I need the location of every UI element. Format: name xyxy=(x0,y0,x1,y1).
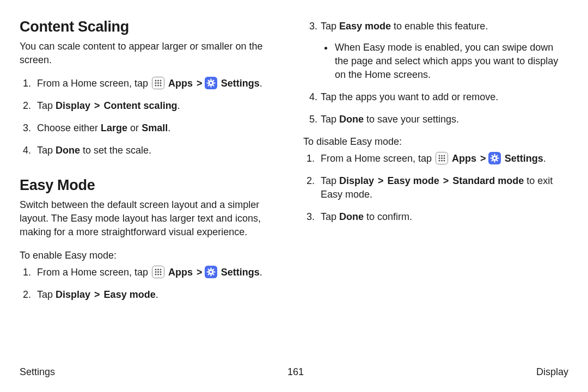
content-scaling-intro: You can scale content to appear larger o… xyxy=(20,40,285,67)
svg-line-17 xyxy=(208,80,209,81)
svg-point-33 xyxy=(210,271,212,273)
svg-line-41 xyxy=(213,269,213,270)
svg-line-40 xyxy=(208,274,209,274)
easy-mode-label: Easy mode xyxy=(104,289,156,300)
period: . xyxy=(543,153,546,164)
list-item: From a Home screen, tap Apps > Settings. xyxy=(34,77,285,90)
step-text: From a Home screen, tap xyxy=(37,267,151,278)
svg-point-22 xyxy=(155,268,157,270)
list-item: Tap Done to confirm. xyxy=(317,210,568,224)
easy-mode-label: Easy mode xyxy=(339,21,391,32)
footer-page-number: 161 xyxy=(287,366,304,378)
settings-icon xyxy=(205,77,217,89)
step-text: Tap xyxy=(37,289,56,300)
or-text: or xyxy=(127,122,142,133)
period: . xyxy=(260,78,262,89)
step-text: to save your settings. xyxy=(364,114,459,125)
svg-point-1 xyxy=(155,79,157,81)
step-text: From a Home screen, tap xyxy=(37,78,151,89)
easy-mode-label: Easy mode xyxy=(388,175,439,186)
chevron-icon: > xyxy=(197,77,203,90)
svg-point-54 xyxy=(493,157,495,159)
step-text: to enable this feature. xyxy=(391,21,488,32)
small-label: Small xyxy=(142,122,168,133)
list-item: Tap Display > Easy mode. xyxy=(34,288,285,302)
heading-easy-mode: Easy Mode xyxy=(20,177,285,194)
svg-line-19 xyxy=(208,85,209,85)
footer-left: Settings xyxy=(20,366,55,378)
apps-label: Apps xyxy=(168,78,193,89)
settings-label: Settings xyxy=(221,267,260,278)
svg-line-61 xyxy=(492,160,492,161)
content-scaling-steps: From a Home screen, tap Apps > Settings.… xyxy=(20,77,285,158)
step-text: Choose either xyxy=(37,122,101,133)
display-label: Display xyxy=(56,289,90,300)
list-item: Tap Display > Content scaling. xyxy=(34,99,285,113)
svg-line-38 xyxy=(208,269,209,270)
svg-point-5 xyxy=(157,82,159,84)
settings-icon xyxy=(205,266,217,278)
svg-line-60 xyxy=(497,160,497,161)
svg-point-50 xyxy=(441,160,443,161)
list-item: Tap Easy mode to enable this feature. Wh… xyxy=(317,20,568,82)
list-item: Tap Done to set the scale. xyxy=(34,144,285,157)
step-text: Tap xyxy=(321,21,339,32)
step-text: Tap xyxy=(37,145,56,156)
page-footer: Settings 161 Display xyxy=(20,366,568,378)
content-scaling-label: Content scaling xyxy=(104,100,177,111)
period: . xyxy=(156,289,158,300)
heading-content-scaling: Content Scaling xyxy=(20,19,285,35)
svg-point-2 xyxy=(157,79,159,81)
svg-point-28 xyxy=(155,273,157,275)
period: . xyxy=(168,122,170,133)
svg-line-18 xyxy=(213,85,213,85)
display-label: Display xyxy=(56,100,90,111)
svg-point-26 xyxy=(157,271,159,273)
chevron-icon: > xyxy=(480,152,486,166)
svg-point-29 xyxy=(157,273,159,275)
enable-easy-mode-label: To enable Easy mode: xyxy=(20,249,285,262)
step-text: Tap xyxy=(321,175,339,186)
enable-easy-mode-steps-continued: Tap Easy mode to enable this feature. Wh… xyxy=(303,20,568,82)
svg-point-45 xyxy=(444,155,445,156)
apps-icon xyxy=(436,152,448,164)
svg-line-20 xyxy=(213,80,213,81)
apps-icon xyxy=(152,77,164,89)
list-item: Choose either Large or Small. xyxy=(34,121,285,135)
list-item: From a Home screen, tap Apps > Settings. xyxy=(317,152,568,166)
settings-label: Settings xyxy=(505,153,543,164)
disable-easy-mode-steps: From a Home screen, tap Apps > Settings.… xyxy=(303,152,568,224)
list-item: Tap the apps you want to add or remove. xyxy=(317,90,568,104)
done-label: Done xyxy=(339,211,364,222)
settings-label: Settings xyxy=(221,78,260,89)
apps-label: Apps xyxy=(452,153,476,164)
svg-point-44 xyxy=(441,155,443,156)
svg-point-25 xyxy=(155,271,157,273)
svg-line-59 xyxy=(492,155,492,156)
display-label: Display xyxy=(339,175,374,186)
svg-point-46 xyxy=(439,157,440,159)
svg-point-23 xyxy=(157,268,159,270)
right-column: Tap Easy mode to enable this feature. Wh… xyxy=(303,19,568,310)
chevron-icon: > xyxy=(94,99,100,113)
svg-point-9 xyxy=(160,84,162,86)
svg-point-4 xyxy=(155,82,157,84)
standard-mode-label: Standard mode xyxy=(452,175,524,186)
svg-point-8 xyxy=(157,84,159,86)
step-text: Tap xyxy=(321,114,339,125)
enable-easy-mode-steps-continued-4: Tap the apps you want to add or remove. … xyxy=(303,90,568,126)
svg-point-24 xyxy=(160,268,162,270)
chevron-icon: > xyxy=(443,174,449,188)
svg-point-48 xyxy=(444,157,445,159)
svg-point-6 xyxy=(160,82,162,84)
footer-right: Display xyxy=(536,366,568,378)
settings-icon xyxy=(488,152,501,164)
list-item: Tap Done to save your settings. xyxy=(317,113,568,126)
list-item: When Easy mode is enabled, you can swipe… xyxy=(334,41,568,81)
bullet-text: When Easy mode is enabled, you can swipe… xyxy=(335,42,558,80)
chevron-icon: > xyxy=(197,266,203,279)
list-item: Tap Display > Easy mode > Standard mode … xyxy=(317,174,568,201)
done-label: Done xyxy=(56,145,80,156)
disable-easy-mode-label: To disable Easy mode: xyxy=(303,135,568,149)
svg-point-49 xyxy=(439,160,440,161)
